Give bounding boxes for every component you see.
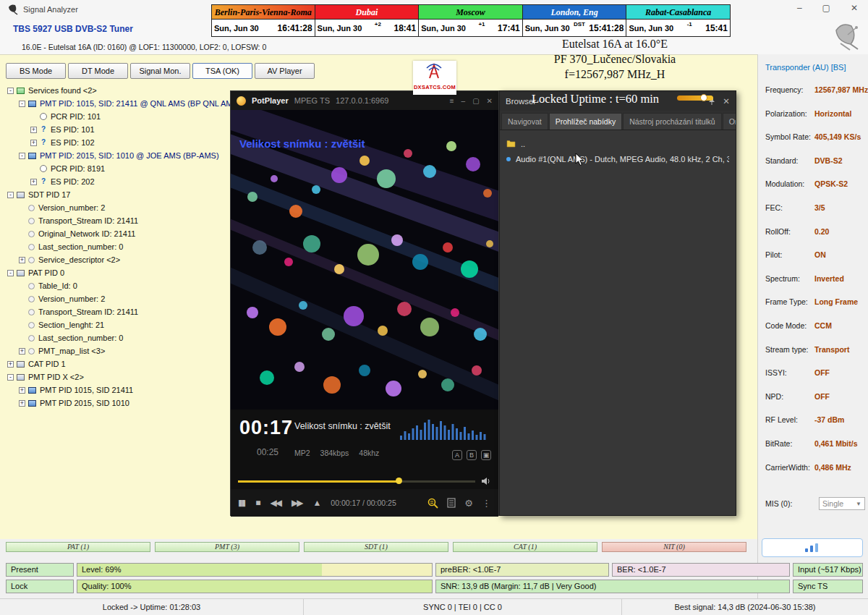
tree-item[interactable]: + PMT PID 1015, SID 21411 (7, 383, 230, 396)
tree-item[interactable]: - PMT PID: 2015, SID: 1010 @ JOE AMS (BP… (7, 149, 230, 162)
tree-expander[interactable]: + (19, 257, 25, 263)
tree-expander[interactable]: - (19, 101, 25, 107)
stop-button[interactable]: ■ (255, 498, 259, 508)
seek-knob[interactable] (396, 478, 402, 484)
world-clock: Moscow Sun, Jun 30 +1 17:41 (419, 4, 523, 37)
mode-tab[interactable]: BS Mode (6, 63, 66, 79)
tree-item[interactable]: - PAT PID 0 (7, 266, 230, 279)
player-menu-icon[interactable]: ≡ (450, 97, 454, 105)
tree-expander[interactable]: + (30, 179, 37, 185)
tree-item[interactable]: Transport_Stream ID: 21411 (7, 305, 230, 318)
previous-button[interactable]: ◀◀ (270, 498, 280, 508)
tree-expander[interactable]: + (19, 400, 25, 407)
browser-close-icon[interactable]: ✕ (723, 96, 730, 106)
tree-item[interactable]: Version_number: 2 (7, 201, 230, 214)
tree-item[interactable]: + CAT PID 1 (7, 357, 230, 370)
maximize-button[interactable]: ▢ (822, 3, 830, 13)
tree-item[interactable]: Transport_Stream ID: 21411 (7, 214, 230, 227)
tree-expander[interactable]: - (7, 88, 14, 94)
dxsatcs-logo: DXSATCS.COM (413, 61, 456, 95)
tree-expander[interactable]: - (7, 270, 14, 276)
mis-select[interactable]: Single ▼ (819, 497, 865, 510)
tree-expander[interactable] (19, 335, 25, 342)
tree-expander[interactable] (19, 244, 25, 250)
more-options-icon[interactable]: ⋮ (482, 498, 491, 509)
browser-tab[interactable]: Nástroj procházání titulků (623, 113, 721, 130)
tree-expander[interactable] (30, 114, 37, 120)
next-button[interactable]: ▶▶ (292, 498, 302, 508)
mode-tab[interactable]: AV Player (255, 63, 315, 79)
tree-item[interactable]: Table_Id: 0 (7, 279, 230, 292)
tree-item-icon (28, 283, 35, 289)
tree-item[interactable]: PCR PID: 8191 (7, 162, 230, 175)
close-button[interactable]: ✕ (851, 3, 858, 13)
transponder-label: Standard: (765, 156, 814, 165)
parent-folder-label: .. (521, 140, 525, 148)
browser-tab[interactable]: Online (723, 113, 736, 130)
tree-item[interactable]: - SDT PID 17 (7, 188, 230, 201)
tree-expander[interactable] (19, 296, 25, 302)
signal-meter-box[interactable] (762, 538, 863, 557)
tree-expander[interactable] (19, 231, 25, 237)
transponder-value: Long Frame (814, 297, 865, 306)
mode-tab[interactable]: DT Mode (68, 63, 128, 79)
tree-item[interactable]: + ES PID: 202 (7, 175, 230, 188)
tree-item[interactable]: + ES PID: 101 (7, 123, 230, 136)
browser-tab[interactable]: Navigovat (501, 113, 548, 130)
tuner-title: TBS 5927 USB DVB-S2 Tuner (13, 24, 133, 34)
tree-expander[interactable]: - (19, 153, 25, 159)
audio-track-label: Audio #1(QNL AMS) - Dutch, MPEG Audio, 4… (516, 155, 729, 164)
tree-expander[interactable] (19, 309, 25, 315)
tree-item[interactable]: Original_Network ID: 21411 (7, 227, 230, 240)
tree-item[interactable]: Last_section_number: 0 (7, 331, 230, 344)
settings-gear-icon[interactable]: ⚙ (464, 498, 473, 509)
browser-search-icon[interactable] (427, 498, 438, 509)
seek-bar[interactable] (231, 473, 498, 489)
tree-item[interactable]: Section_lenght: 21 (7, 318, 230, 331)
tree-expander[interactable] (30, 166, 37, 172)
parent-folder-row[interactable]: .. (506, 136, 729, 151)
playlist-icon[interactable] (447, 498, 456, 508)
tree-expander[interactable] (19, 218, 25, 224)
volume-icon[interactable] (481, 477, 491, 485)
tree-item[interactable]: Version_number: 2 (7, 292, 230, 305)
tree-expander[interactable]: - (7, 374, 14, 381)
mode-tab[interactable]: Signal Mon. (130, 63, 190, 79)
screen-capture-icon[interactable]: ▣ (481, 450, 491, 460)
player-close-icon[interactable]: ✕ (487, 97, 493, 105)
browser-tab[interactable]: Prohlížeč nabídky (549, 113, 622, 130)
pause-button[interactable]: ▮▮ (238, 498, 244, 508)
player-minimize-icon[interactable]: – (461, 97, 466, 105)
audio-track-item[interactable]: Audio #1(QNL AMS) - Dutch, MPEG Audio, 4… (506, 151, 729, 166)
video-area[interactable]: Velikost snímku : zvětšit (231, 110, 498, 410)
tree-expander[interactable]: + (30, 140, 37, 146)
tree-item[interactable]: + ES PID: 102 (7, 136, 230, 149)
mode-tab[interactable]: TSA (OK) (192, 63, 252, 79)
tree-item[interactable]: Last_section_number: 0 (7, 240, 230, 253)
tree-item[interactable]: - PMT PID X <2> (7, 370, 230, 383)
lof-settings: 16.0E - Eutelsat 16A (ID: 0160) @ LOF1: … (22, 43, 266, 51)
tree-expander[interactable] (19, 283, 25, 289)
transponder-label: Frame Type: (765, 297, 814, 306)
tree-item[interactable]: + PMT_map_list <3> (7, 344, 230, 357)
tree-expander[interactable]: - (7, 192, 14, 198)
seek-track[interactable] (238, 480, 475, 483)
potplayer-titlebar[interactable]: PotPlayer MPEG TS 127.0.0.1:6969 ≡ – ▢ ✕ (231, 91, 498, 110)
player-maximize-icon[interactable]: ▢ (472, 97, 479, 105)
tree-item[interactable]: + PMT PID 2015, SID 1010 (7, 396, 230, 410)
tree-item[interactable]: PCR PID: 101 (7, 110, 230, 123)
ab-repeat-a-icon[interactable]: A (452, 450, 462, 460)
tree-expander[interactable] (19, 205, 25, 211)
tree-expander[interactable]: + (19, 387, 25, 394)
tree-expander[interactable]: + (7, 361, 14, 368)
tree-item[interactable]: - PMT PID: 1015, SID: 21411 @ QNL AMS (B… (7, 97, 230, 110)
clock-time-row: Sun, Jun 30 DST 15:41:28 (523, 20, 626, 36)
tree-item[interactable]: + Service_descriptor <2> (7, 253, 230, 266)
eject-button[interactable]: ▲ (312, 498, 320, 508)
minimize-button[interactable]: – (797, 3, 802, 13)
tree-item[interactable]: - Services found <2> (7, 84, 230, 97)
tree-expander[interactable]: + (19, 348, 25, 355)
tree-expander[interactable] (19, 322, 25, 328)
ab-repeat-b-icon[interactable]: B (467, 450, 477, 460)
tree-expander[interactable]: + (30, 127, 37, 133)
